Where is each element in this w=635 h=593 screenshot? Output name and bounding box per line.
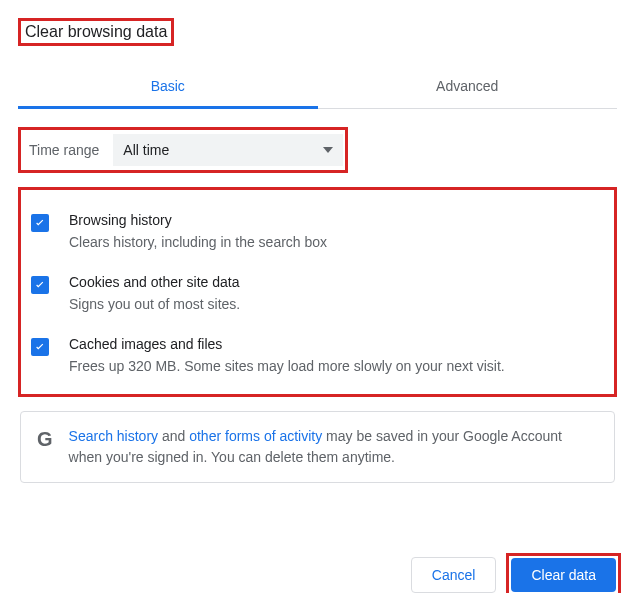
clear-button-highlight: Clear data bbox=[506, 553, 621, 593]
checkbox-browsing-history[interactable] bbox=[31, 214, 49, 232]
checkbox-cache[interactable] bbox=[31, 338, 49, 356]
option-desc: Clears history, including in the search … bbox=[69, 234, 327, 250]
option-text: Browsing history Clears history, includi… bbox=[69, 212, 327, 250]
time-range-select[interactable]: All time bbox=[113, 134, 343, 166]
time-range-value: All time bbox=[123, 142, 169, 158]
option-title: Cached images and files bbox=[69, 336, 505, 352]
tab-basic[interactable]: Basic bbox=[18, 66, 318, 109]
option-desc: Signs you out of most sites. bbox=[69, 296, 240, 312]
option-text: Cookies and other site data Signs you ou… bbox=[69, 274, 240, 312]
notice-text-part: and bbox=[158, 428, 189, 444]
other-activity-link[interactable]: other forms of activity bbox=[189, 428, 322, 444]
time-range-highlight: Time range All time bbox=[18, 127, 348, 173]
time-range-label: Time range bbox=[29, 142, 99, 158]
checkmark-icon bbox=[33, 340, 47, 354]
google-account-notice: G Search history and other forms of acti… bbox=[20, 411, 615, 483]
checkmark-icon bbox=[33, 278, 47, 292]
dialog-title: Clear browsing data bbox=[18, 18, 174, 46]
clear-browsing-data-dialog: Clear browsing data Basic Advanced Time … bbox=[0, 0, 635, 493]
option-browsing-history: Browsing history Clears history, includi… bbox=[31, 212, 604, 250]
search-history-link[interactable]: Search history bbox=[69, 428, 158, 444]
option-desc: Frees up 320 MB. Some sites may load mor… bbox=[69, 358, 505, 374]
google-logo-icon: G bbox=[37, 428, 53, 451]
notice-text: Search history and other forms of activi… bbox=[69, 426, 598, 468]
time-range-row: Time range All time bbox=[18, 127, 617, 173]
dialog-footer: Cancel Clear data bbox=[0, 493, 635, 593]
cancel-button[interactable]: Cancel bbox=[411, 557, 497, 593]
dropdown-arrow-icon bbox=[323, 147, 333, 153]
checkmark-icon bbox=[33, 216, 47, 230]
options-highlight: Browsing history Clears history, includi… bbox=[18, 187, 617, 397]
option-cookies: Cookies and other site data Signs you ou… bbox=[31, 274, 604, 312]
option-text: Cached images and files Frees up 320 MB.… bbox=[69, 336, 505, 374]
option-cache: Cached images and files Frees up 320 MB.… bbox=[31, 336, 604, 374]
checkbox-cookies[interactable] bbox=[31, 276, 49, 294]
clear-data-button[interactable]: Clear data bbox=[511, 558, 616, 592]
tabs: Basic Advanced bbox=[18, 66, 617, 109]
option-title: Browsing history bbox=[69, 212, 327, 228]
option-title: Cookies and other site data bbox=[69, 274, 240, 290]
tab-advanced[interactable]: Advanced bbox=[318, 66, 618, 108]
